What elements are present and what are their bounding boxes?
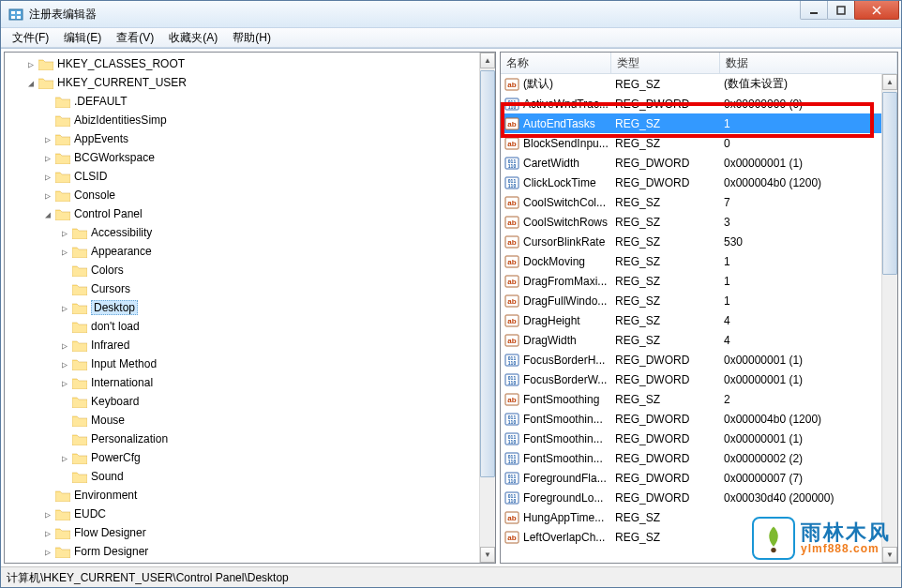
tree-node[interactable]: ▷AppEvents — [5, 129, 479, 148]
value-row[interactable]: abDragFromMaxi...REG_SZ1 — [501, 271, 881, 291]
values-list[interactable]: ab(默认)REG_SZ(数值未设置)011110ActiveWndTrac..… — [501, 74, 881, 563]
menu-view[interactable]: 查看(V) — [109, 30, 161, 46]
titlebar[interactable]: 注册表编辑器 — [1, 1, 901, 28]
value-row[interactable]: ab(默认)REG_SZ(数值未设置) — [501, 74, 881, 94]
expand-icon[interactable]: ▷ — [40, 547, 55, 557]
scroll-track[interactable] — [882, 90, 897, 547]
value-row[interactable]: abDragFullWindo...REG_SZ1 — [501, 291, 881, 310]
menu-file[interactable]: 文件(F) — [5, 30, 56, 46]
tree-node[interactable]: ◢HKEY_CURRENT_USER — [5, 73, 479, 92]
tree-node[interactable]: ▷PowerCfg — [5, 448, 479, 467]
tree-node[interactable]: Environment — [5, 486, 479, 505]
value-row[interactable]: abCoolSwitchCol...REG_SZ7 — [501, 192, 881, 212]
scroll-thumb[interactable] — [480, 70, 495, 477]
tree-node[interactable]: Sound — [5, 467, 479, 486]
list-header[interactable]: 名称 类型 数据 — [501, 53, 897, 74]
value-row[interactable]: 011110ActiveWndTrac...REG_DWORD0x0000000… — [501, 94, 881, 113]
scroll-down-button[interactable]: ▼ — [882, 547, 897, 563]
value-row[interactable]: 011110FocusBorderW...REG_DWORD0x00000001… — [501, 369, 881, 389]
value-data: 0x00000002 (2) — [720, 452, 881, 465]
tree-node[interactable]: Personalization — [5, 430, 479, 448]
expand-icon[interactable]: ▷ — [57, 378, 72, 388]
tree-node[interactable]: ▷Form Designer — [5, 542, 479, 561]
tree-node[interactable]: Mouse — [5, 411, 479, 430]
scroll-thumb[interactable] — [882, 92, 897, 275]
menu-help[interactable]: 帮助(H) — [225, 30, 278, 46]
value-name: CaretWidth — [523, 157, 579, 170]
tree-node[interactable]: ▷Console — [5, 186, 479, 204]
value-row[interactable]: abDockMovingREG_SZ1 — [501, 251, 881, 271]
tree-node[interactable]: ▷International — [5, 373, 479, 392]
value-row[interactable]: abDragWidthREG_SZ4 — [501, 330, 881, 350]
expand-icon[interactable]: ▷ — [40, 190, 55, 201]
tree-node[interactable]: ▷Infrared — [5, 336, 479, 354]
registry-tree[interactable]: ▷HKEY_CLASSES_ROOT◢HKEY_CURRENT_USER.DEF… — [5, 53, 479, 563]
value-row[interactable]: 011110ClickLockTimeREG_DWORD0x000004b0 (… — [501, 173, 881, 192]
scroll-track[interactable] — [480, 68, 495, 547]
expand-icon[interactable]: ▷ — [57, 303, 72, 313]
col-data[interactable]: 数据 — [720, 53, 897, 73]
value-row[interactable]: 011110ForegroundFla...REG_DWORD0x0000000… — [501, 468, 881, 488]
value-row[interactable]: 011110FontSmoothin...REG_DWORD0x00000002… — [501, 448, 881, 468]
value-row[interactable]: 011110FontSmoothin...REG_DWORD0x000004b0… — [501, 409, 881, 429]
tree-node[interactable]: ▷Accessibility — [5, 223, 479, 242]
minimize-button[interactable] — [800, 1, 828, 20]
tree-node[interactable]: don't load — [5, 317, 479, 336]
value-row[interactable]: abCoolSwitchRowsREG_SZ3 — [501, 212, 881, 232]
expand-icon[interactable]: ▷ — [40, 172, 55, 182]
scroll-up-button[interactable]: ▲ — [480, 53, 495, 68]
col-type[interactable]: 类型 — [611, 53, 720, 73]
value-row[interactable]: abFontSmoothingREG_SZ2 — [501, 389, 881, 409]
tree-node[interactable]: ▷HKEY_CLASSES_ROOT — [5, 54, 479, 73]
value-row[interactable]: abLeftOverlapCh...REG_SZ — [501, 527, 881, 547]
tree-node[interactable]: .DEFAULT — [5, 92, 479, 111]
menu-edit[interactable]: 编辑(E) — [56, 30, 109, 46]
close-button[interactable] — [854, 1, 899, 20]
scroll-up-button[interactable]: ▲ — [882, 74, 897, 90]
tree-node[interactable]: ▷CLSID — [5, 167, 479, 186]
menu-favorites[interactable]: 收藏夹(A) — [161, 30, 225, 46]
tree-node[interactable]: Colors — [5, 261, 479, 279]
value-row[interactable]: abCursorBlinkRateREG_SZ530 — [501, 232, 881, 251]
value-row[interactable]: 011110ForegroundLo...REG_DWORD0x00030d40… — [501, 488, 881, 507]
string-icon: ab — [504, 294, 519, 309]
tree-node[interactable]: ▷BCGWorkspace — [5, 148, 479, 167]
expand-icon[interactable]: ▷ — [57, 453, 72, 463]
expand-icon[interactable]: ▷ — [40, 528, 55, 538]
tree-label: AbizIdentitiesSimp — [74, 113, 167, 127]
expand-icon[interactable]: ▷ — [57, 340, 72, 351]
value-row[interactable]: 011110FontSmoothin...REG_DWORD0x00000001… — [501, 429, 881, 448]
value-row[interactable]: abBlockSendInpu...REG_SZ0 — [501, 133, 881, 153]
value-row[interactable]: abDragHeightREG_SZ4 — [501, 310, 881, 330]
tree-node[interactable]: Cursors — [5, 279, 479, 298]
expand-icon[interactable]: ◢ — [23, 78, 38, 88]
scroll-down-button[interactable]: ▼ — [480, 547, 495, 563]
tree-label: Sound — [91, 470, 124, 483]
tree-node[interactable]: ▷Input Method — [5, 354, 479, 373]
tree-node[interactable]: AbizIdentitiesSimp — [5, 111, 479, 129]
col-name[interactable]: 名称 — [501, 53, 611, 73]
expand-icon[interactable]: ▷ — [57, 247, 72, 257]
value-row[interactable]: abHungAppTime...REG_SZ — [501, 507, 881, 527]
tree-node[interactable]: ▷Appearance — [5, 242, 479, 261]
expand-icon[interactable]: ▷ — [40, 134, 55, 144]
expand-icon[interactable]: ▷ — [57, 228, 72, 238]
expand-icon[interactable]: ◢ — [40, 209, 55, 219]
value-row[interactable]: abAutoEndTasksREG_SZ1 — [501, 113, 881, 133]
value-row[interactable]: 011110FocusBorderH...REG_DWORD0x00000001… — [501, 350, 881, 369]
value-row[interactable]: 011110CaretWidthREG_DWORD0x00000001 (1) — [501, 153, 881, 173]
expand-icon[interactable]: ▷ — [40, 509, 55, 520]
value-name: AutoEndTasks — [523, 117, 595, 130]
tree-node[interactable]: ▷Desktop — [5, 298, 479, 317]
expand-icon[interactable]: ▷ — [57, 359, 72, 369]
expand-icon[interactable]: ▷ — [23, 59, 38, 69]
tree-node[interactable]: ▷EUDC — [5, 505, 479, 523]
tree-scrollbar[interactable]: ▲ ▼ — [479, 53, 495, 563]
tree-node[interactable]: ▷Flow Designer — [5, 523, 479, 542]
binary-icon: 011110 — [504, 97, 519, 112]
tree-node[interactable]: Keyboard — [5, 392, 479, 411]
tree-node[interactable]: ◢Control Panel — [5, 204, 479, 223]
expand-icon[interactable]: ▷ — [40, 153, 55, 163]
maximize-button[interactable] — [827, 1, 855, 20]
list-scrollbar[interactable]: ▲ ▼ — [881, 74, 897, 563]
